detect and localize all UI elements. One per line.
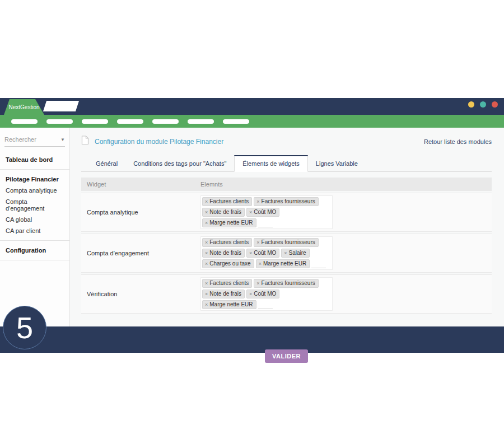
chip-label: Coût MO [254, 209, 276, 215]
tag-search-stub[interactable] [258, 220, 273, 227]
tab-elements-de-widgets[interactable]: Élements de widgets [234, 155, 308, 172]
table-row: Compta d'engagement×Factures clients×Fac… [81, 234, 492, 273]
widget-name: Vérification [81, 291, 200, 297]
page-header: Configuration du module Pilotage Financi… [81, 136, 492, 147]
chip-label: Marge nette EUR [263, 260, 306, 267]
back-to-modules-link[interactable]: Retour liste des modules [424, 138, 492, 145]
app-topbar: NextGestion [0, 98, 504, 115]
main-content: Configuration du module Pilotage Financi… [70, 128, 504, 326]
document-icon [81, 136, 89, 147]
chip-label: Marge nette EUR [209, 301, 253, 307]
submit-row: VALIDER [81, 349, 492, 363]
divider [0, 240, 69, 241]
tag-search-stub[interactable] [311, 261, 326, 268]
tag-chip: ×Factures fournisseurs [254, 279, 318, 288]
tag-chip: ×Note de frais [202, 290, 245, 298]
chevron-down-icon: ▼ [60, 137, 65, 142]
chip-label: Factures fournisseurs [262, 198, 315, 204]
tag-chip: ×Marge nette EUR [202, 218, 256, 227]
sidebar-item-configuration[interactable]: Configuration [0, 245, 69, 256]
window-dots [468, 101, 498, 108]
nav-pill[interactable] [46, 119, 73, 124]
table-header: Widget Elemnts [81, 178, 492, 191]
chip-remove-icon[interactable]: × [205, 302, 208, 307]
nav-pill[interactable] [11, 119, 38, 124]
chip-remove-icon[interactable]: × [205, 240, 208, 245]
nav-pill[interactable] [223, 119, 249, 124]
search-placeholder: Rechercher [4, 136, 36, 143]
search-input[interactable]: Rechercher ▼ [4, 136, 65, 147]
tab-lignes-variable[interactable]: Lignes Variable [308, 155, 366, 171]
chip-remove-icon[interactable]: × [205, 291, 208, 297]
tag-chip: ×Factures clients [202, 238, 252, 247]
tag-chip: ×Note de frais [202, 208, 245, 217]
chip-remove-icon[interactable]: × [284, 250, 287, 256]
tag-chip: ×Factures clients [202, 279, 252, 288]
sidebar-item-ca-par-client[interactable]: CA par client [0, 225, 69, 236]
divider [0, 169, 69, 170]
valider-button[interactable]: VALIDER [265, 349, 308, 363]
nav-pill[interactable] [82, 119, 108, 124]
chip-remove-icon[interactable]: × [256, 281, 259, 286]
chip-label: Factures clients [209, 239, 249, 245]
chip-remove-icon[interactable]: × [205, 209, 208, 215]
widget-name: Compta analytique [81, 209, 200, 216]
chip-remove-icon[interactable]: × [205, 199, 208, 204]
tag-chip: ×Coût MO [246, 208, 279, 217]
chip-label: Factures fournisseurs [262, 239, 315, 245]
window-dot-red[interactable] [492, 101, 498, 108]
tag-search-stub[interactable] [258, 302, 273, 309]
nav-pill[interactable] [152, 119, 179, 124]
chip-remove-icon[interactable]: × [259, 261, 262, 267]
table-body: Compta analytique×Factures clients×Factu… [81, 193, 492, 314]
tags-input[interactable]: ×Factures clients×Factures fournisseurs×… [200, 236, 333, 270]
tab-bar: GénéralConditions des tags pour "Achats"… [81, 155, 492, 172]
widget-name: Compta d'engagement [81, 250, 200, 256]
tag-chip: ×Marge nette EUR [256, 259, 310, 268]
sidebar-item-pilotage-financier[interactable]: Pilotage Financier [0, 174, 69, 185]
column-header-widget: Widget [81, 178, 200, 191]
divider [0, 260, 69, 260]
chip-label: Charges ou taxe [209, 260, 250, 267]
chip-remove-icon[interactable]: × [249, 209, 252, 215]
tags-input[interactable]: ×Factures clients×Factures fournisseurs×… [200, 195, 333, 229]
app-body: Rechercher ▼ Tableau de bordPilotage Fin… [0, 128, 504, 326]
chip-remove-icon[interactable]: × [205, 261, 208, 267]
window-dot-yellow[interactable] [468, 101, 474, 108]
chip-label: Note de frais [209, 250, 241, 256]
tag-chip: ×Factures clients [202, 197, 252, 206]
column-header-elements: Elemnts [200, 178, 492, 191]
main-nav-bar [0, 115, 504, 128]
chip-label: Note de frais [209, 209, 241, 215]
chip-remove-icon[interactable]: × [256, 199, 259, 204]
chip-label: Factures clients [209, 280, 249, 286]
app-window: NextGestion Rechercher ▼ Tableau de bord… [0, 98, 504, 353]
nav-pill[interactable] [188, 119, 214, 124]
tab-general[interactable]: Général [88, 155, 125, 171]
chip-label: Salaire [289, 250, 306, 256]
tag-chip: ×Factures fournisseurs [254, 238, 318, 247]
chip-label: Factures fournisseurs [262, 280, 315, 286]
chip-remove-icon[interactable]: × [205, 220, 208, 226]
sidebar-item-compta-analytique[interactable]: Compta analytique [0, 185, 69, 196]
table-row: Compta analytique×Factures clients×Factu… [81, 193, 492, 232]
sidebar-item-ca-global[interactable]: CA global [0, 214, 69, 225]
chip-remove-icon[interactable]: × [249, 250, 252, 256]
chip-remove-icon[interactable]: × [249, 291, 252, 297]
chip-label: Coût MO [254, 291, 276, 297]
tags-input[interactable]: ×Factures clients×Factures fournisseurs×… [200, 277, 333, 311]
window-dot-teal[interactable] [480, 101, 486, 108]
page-title: Configuration du module Pilotage Financi… [95, 138, 424, 146]
nav-pill[interactable] [117, 119, 143, 124]
tag-chip: ×Marge nette EUR [202, 300, 256, 309]
brand-tab[interactable]: NextGestion [2, 99, 46, 115]
secondary-tab-placeholder[interactable] [43, 101, 79, 111]
sidebar-item-tableau-de-bord[interactable]: Tableau de bord [0, 154, 69, 165]
sidebar-menu: Tableau de bordPilotage FinancierCompta … [0, 154, 69, 260]
tag-chip: ×Coût MO [246, 249, 279, 258]
chip-remove-icon[interactable]: × [256, 240, 259, 245]
sidebar-item-compta-d-engagement[interactable]: Compta d'engagement [0, 196, 69, 214]
chip-remove-icon[interactable]: × [205, 281, 208, 286]
tab-conditions-des-tags-pour-achats[interactable]: Conditions des tags pour "Achats" [125, 155, 234, 171]
chip-remove-icon[interactable]: × [205, 250, 208, 256]
